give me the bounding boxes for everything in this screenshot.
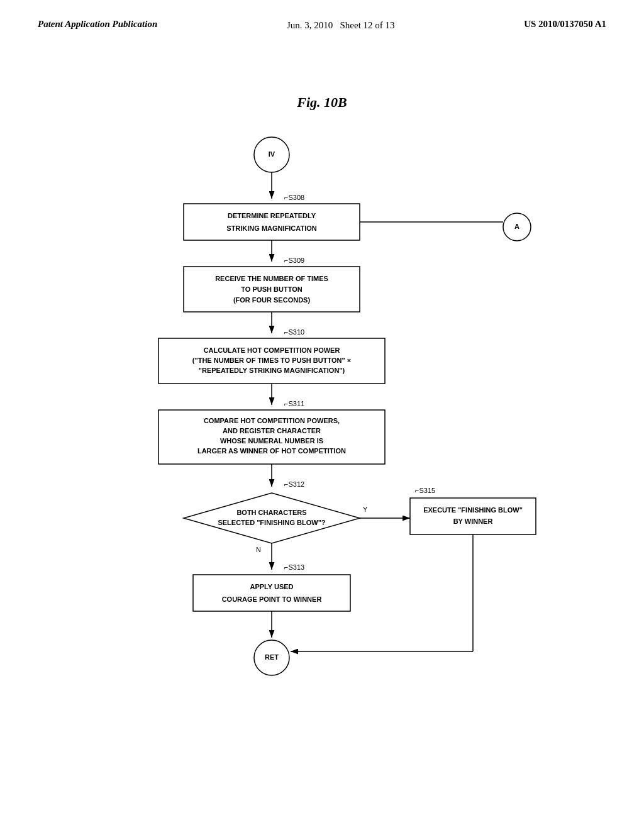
step-s310-label: ⌐S310	[284, 328, 304, 336]
box-s315-text2: BY WINNER	[453, 517, 493, 525]
box-s309-text1: RECEIVE THE NUMBER OF TIMES	[215, 275, 328, 282]
box-s311-text4: LARGER AS WINNER OF HOT COMPETITION	[197, 447, 346, 455]
diamond-s312-text1: BOTH CHARACTERS	[236, 509, 306, 516]
step-s308-label: ⌐S308	[284, 194, 304, 201]
diamond-s312-text2: SELECTED "FINISHING BLOW"?	[218, 519, 325, 526]
box-s309-text3: (FOR FOUR SECONDS)	[233, 296, 311, 304]
diamond-s312-no: N	[256, 546, 261, 553]
diamond-s312-yes: Y	[363, 506, 368, 513]
box-s310-text2: ("THE NUMBER OF TIMES TO PUSH BUTTON" ×	[192, 357, 351, 364]
step-s315-label: ⌐S315	[415, 487, 435, 494]
box-s313-text1: APPLY USED	[250, 583, 293, 590]
box-s313-text2: COURAGE POINT TO WINNER	[222, 595, 322, 603]
flowchart-svg: IV ⌐S308 DETERMINE REPEATEDLY STRIKING M…	[77, 130, 567, 790]
node-a-label: A	[514, 223, 519, 230]
date-sheet-info: Jun. 3, 2010 Sheet 12 of 13	[287, 18, 395, 32]
box-s315-text1: EXECUTE "FINISHING BLOW"	[423, 506, 523, 514]
page-header: Patent Application Publication Jun. 3, 2…	[0, 0, 644, 32]
box-s309-text2: TO PUSH BUTTON	[241, 285, 302, 293]
node-iv-label: IV	[269, 150, 275, 158]
box-s308-text2: STRIKING MAGNIFICATION	[226, 224, 316, 232]
box-s311-text3: WHOSE NUMERAL NUMBER IS	[220, 437, 323, 445]
sheet-info: Sheet 12 of 13	[340, 20, 394, 30]
box-s310-text1: CALCULATE HOT COMPETITION POWER	[204, 346, 340, 354]
diagram-area: Fig. 10B IV ⌐S308 DETERMINE REPEATEDLY S…	[0, 94, 644, 830]
publication-date: Jun. 3, 2010	[287, 20, 333, 30]
figure-title: Fig. 10B	[297, 94, 347, 111]
step-s312-label: ⌐S312	[284, 480, 304, 488]
box-s315	[410, 498, 536, 534]
box-s313	[193, 575, 350, 611]
node-ret-label: RET	[265, 653, 279, 661]
box-s311-text2: AND REGISTER CHARACTER	[223, 427, 321, 434]
box-s308	[184, 204, 360, 240]
step-s311-label: ⌐S311	[284, 400, 304, 407]
patent-number: US 2010/0137050 A1	[524, 18, 606, 31]
box-s311-text1: COMPARE HOT COMPETITION POWERS,	[204, 417, 340, 424]
box-s308-text1: DETERMINE REPEATEDLY	[228, 212, 316, 219]
step-s313-label: ⌐S313	[284, 563, 304, 571]
publication-label: Patent Application Publication	[38, 18, 157, 31]
step-s309-label: ⌐S309	[284, 257, 304, 264]
box-s310-text3: "REPEATEDLY STRIKING MAGNIFICATION")	[199, 367, 345, 374]
